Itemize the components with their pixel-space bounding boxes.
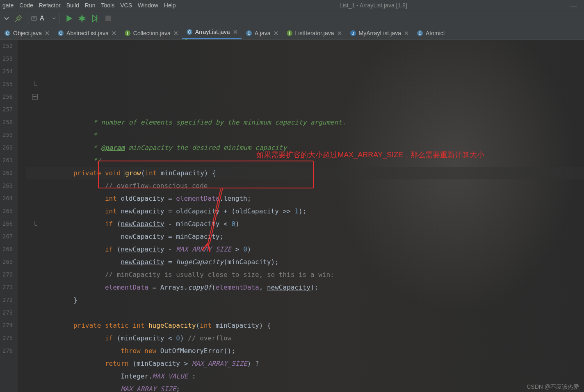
line-number: 270 xyxy=(2,268,13,281)
debug-icon[interactable] xyxy=(78,14,87,23)
svg-point-1 xyxy=(80,16,84,21)
editor-area: 2522532542552562572582592602612622632642… xyxy=(0,40,584,392)
file-type-icon: C xyxy=(4,30,11,36)
code-line[interactable]: elementData = Arrays.copyOf(elementData,… xyxy=(26,281,584,294)
tab-label: A.java xyxy=(255,30,271,36)
svg-text:J: J xyxy=(352,32,354,36)
line-number: 276 xyxy=(2,344,13,357)
line-number: 275 xyxy=(2,332,13,344)
line-number: 271 xyxy=(2,281,13,294)
code-line[interactable]: * number of elements specified by the mi… xyxy=(26,116,584,129)
window-title: List_1 - ArrayList.java [1.8] xyxy=(340,2,407,9)
back-dropdown-icon[interactable] xyxy=(2,14,11,23)
line-number: 265 xyxy=(2,205,13,218)
code-line[interactable]: throw new OutOfMemoryError(); xyxy=(26,344,584,357)
menu-vcs[interactable]: VCS xyxy=(120,2,132,9)
editor-tabs: CObject.javaCAbstractList.javaICollectio… xyxy=(0,26,584,40)
menu-help[interactable]: Help xyxy=(164,2,176,9)
tab-label: Collection.java xyxy=(133,30,171,36)
file-type-icon: I xyxy=(286,30,293,36)
window-minimize-icon[interactable]: — xyxy=(565,1,582,10)
close-icon[interactable] xyxy=(274,31,278,35)
chevron-down-icon xyxy=(52,16,57,21)
svg-text:I: I xyxy=(127,31,128,36)
editor-tab[interactable]: IListIterator.java xyxy=(282,27,346,39)
run-coverage-icon[interactable] xyxy=(91,14,100,23)
editor-tab[interactable]: ICollection.java xyxy=(120,27,182,39)
menu-code[interactable]: Code xyxy=(19,2,33,9)
code-line[interactable]: Integer.MAX_VALUE : xyxy=(26,370,584,383)
svg-text:C: C xyxy=(247,31,250,36)
main-menu-bar: gate Code Refactor Build Run Tools VCS W… xyxy=(0,0,584,11)
line-number: 268 xyxy=(2,243,13,256)
line-number: 257 xyxy=(2,103,13,116)
line-gutter: 2522532542552562572582592602612622632642… xyxy=(0,40,18,392)
tab-label: AbstractList.java xyxy=(66,30,109,36)
menu-tools[interactable]: Tools xyxy=(101,2,115,9)
editor-tab[interactable]: CA.java xyxy=(242,27,282,39)
code-content[interactable]: 如果需要扩容的大小超过MAX_ARRAY_SIZE，那么需要重新计算大小 * n… xyxy=(18,40,584,392)
close-icon[interactable] xyxy=(338,31,342,35)
menu-window[interactable]: Window xyxy=(138,2,158,9)
annotation-arrow-icon xyxy=(18,40,18,40)
code-line[interactable]: } xyxy=(26,294,584,306)
menu-navigate[interactable]: gate xyxy=(2,2,14,9)
code-line[interactable]: int oldCapacity = elementData.length; xyxy=(26,192,584,205)
line-number: 267 xyxy=(2,230,13,243)
run-config-selector[interactable]: A xyxy=(28,13,59,24)
line-number: 269 xyxy=(2,256,13,268)
svg-text:C: C xyxy=(188,30,191,34)
code-line[interactable]: // minCapacity is usually close to size,… xyxy=(26,268,584,281)
close-icon[interactable] xyxy=(45,31,49,35)
editor-tab[interactable]: JMyArrayList.java xyxy=(346,27,413,39)
editor-tab[interactable]: CAbstractList.java xyxy=(53,27,120,39)
file-type-icon: C xyxy=(186,29,193,35)
code-line[interactable]: if (minCapacity < 0) // overflow xyxy=(26,332,584,344)
code-line[interactable]: int newCapacity = oldCapacity + (oldCapa… xyxy=(26,205,584,218)
line-number: 253 xyxy=(2,52,13,65)
file-type-icon: C xyxy=(417,30,423,36)
menu-refactor[interactable]: Refactor xyxy=(39,2,61,9)
build-icon[interactable] xyxy=(14,14,23,23)
line-number: 273 xyxy=(2,306,13,319)
close-icon[interactable] xyxy=(112,31,116,35)
code-line[interactable]: * xyxy=(26,129,584,141)
file-type-icon: C xyxy=(57,30,64,36)
line-number: 262 xyxy=(2,167,13,179)
stop-icon[interactable] xyxy=(104,14,113,23)
svg-text:C: C xyxy=(418,31,421,36)
menu-build[interactable]: Build xyxy=(66,2,79,9)
editor-tab[interactable]: CObject.java xyxy=(0,27,53,39)
svg-text:I: I xyxy=(289,31,290,36)
code-line[interactable]: newCapacity = hugeCapacity(minCapacity); xyxy=(26,256,584,268)
close-icon[interactable] xyxy=(174,31,178,35)
code-line[interactable]: private static int hugeCapacity(int minC… xyxy=(26,319,584,332)
code-line[interactable] xyxy=(26,306,584,319)
code-line[interactable]: if (newCapacity - minCapacity < 0) xyxy=(26,218,584,230)
editor-tab[interactable]: CArrayList.java xyxy=(182,26,242,39)
line-number: 272 xyxy=(2,294,13,306)
editor-tab[interactable]: CAtomicL xyxy=(413,27,451,39)
svg-rect-0 xyxy=(32,16,36,20)
menu-run[interactable]: Run xyxy=(85,2,96,9)
line-number: 255 xyxy=(2,78,13,91)
annotation-text: 如果需要扩容的大小超过MAX_ARRAY_SIZE，那么需要重新计算大小 xyxy=(256,149,484,161)
run-icon[interactable] xyxy=(64,14,73,23)
line-number: 252 xyxy=(2,40,13,52)
svg-text:C: C xyxy=(59,31,62,36)
svg-rect-2 xyxy=(105,16,111,21)
line-number: 258 xyxy=(2,116,13,129)
code-line[interactable]: MAX_ARRAY_SIZE; xyxy=(26,383,584,392)
file-type-icon: J xyxy=(350,30,356,36)
line-number: 266 xyxy=(2,218,13,230)
line-number: 264 xyxy=(2,192,13,205)
code-line[interactable]: newCapacity = minCapacity; xyxy=(26,230,584,243)
file-type-icon: I xyxy=(124,30,131,36)
close-icon[interactable] xyxy=(233,30,237,34)
code-line[interactable]: return (minCapacity > MAX_ARRAY_SIZE) ? xyxy=(26,357,584,370)
close-icon[interactable] xyxy=(404,31,408,35)
line-number: 261 xyxy=(2,154,13,167)
code-line[interactable]: if (newCapacity - MAX_ARRAY_SIZE > 0) xyxy=(26,243,584,256)
tab-label: ArrayList.java xyxy=(195,29,230,35)
annotation-box xyxy=(98,161,314,188)
